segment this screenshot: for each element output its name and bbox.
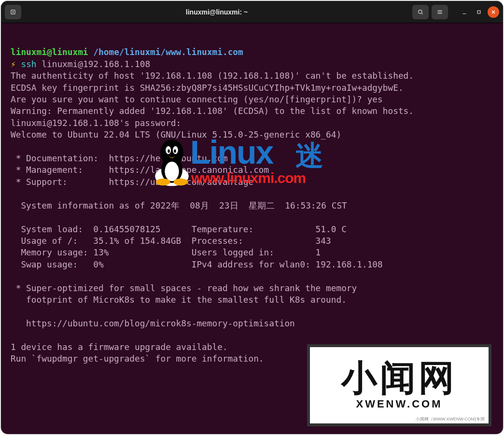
prompt-userhost: linuxmi@linuxmi bbox=[11, 47, 88, 57]
output-line: System load: 0.16455078125 Temperature: … bbox=[11, 224, 347, 234]
minimize-icon bbox=[461, 9, 468, 15]
close-button[interactable] bbox=[488, 6, 499, 18]
window-title: linuxmi@linuxmi: ~ bbox=[21, 8, 412, 16]
terminal-body[interactable]: linuxmi@linuxmi /home/linuxmi/www.linuxm… bbox=[1, 23, 503, 386]
output-line: https://ubuntu.com/blog/microk8s-memory-… bbox=[11, 318, 295, 328]
prompt-symbol: ⚡ bbox=[11, 59, 16, 69]
minimize-button[interactable] bbox=[459, 6, 470, 18]
terminal-window: linuxmi@linuxmi: ~ linuxmi@linuxmi /home… bbox=[1, 1, 503, 434]
output-line: Usage of /: 35.1% of 154.84GB Processes:… bbox=[11, 236, 331, 246]
close-icon bbox=[490, 9, 497, 15]
output-line: linuxmi@192.168.1.108's password: bbox=[11, 118, 181, 128]
titlebar[interactable]: linuxmi@linuxmi: ~ bbox=[1, 1, 503, 23]
output-line: * Management: https://landscape.canonica… bbox=[11, 165, 269, 175]
command-name: ssh bbox=[21, 59, 36, 69]
menu-button[interactable] bbox=[432, 5, 448, 19]
output-line: ECDSA key fingerprint is SHA256:zbyQ8P7s… bbox=[11, 83, 404, 93]
maximize-icon bbox=[476, 9, 482, 15]
output-line: * Documentation: https://help.ubuntu.com bbox=[11, 153, 228, 163]
watermark-xwenw-sub: 小闻网（WWW.XWENW.COM)专用 bbox=[416, 416, 485, 422]
search-icon bbox=[417, 9, 424, 15]
output-line: Memory usage: 13% Users logged in: 1 bbox=[11, 247, 321, 257]
svg-rect-2 bbox=[477, 11, 480, 14]
search-button[interactable] bbox=[412, 5, 429, 19]
output-line: Are you sure you want to continue connec… bbox=[11, 94, 383, 104]
output-line: System information as of 2022年 08月 23日 星… bbox=[11, 200, 347, 210]
output-line: * Super-optimized for small spaces - rea… bbox=[11, 283, 357, 293]
hamburger-icon bbox=[436, 9, 443, 15]
prompt-path: /home/linuxmi/www.linuxmi.com bbox=[93, 47, 243, 57]
command-arg: linuxmi@192.168.1.108 bbox=[42, 59, 150, 69]
output-line: The authenticity of host '192.168.1.108 … bbox=[11, 70, 414, 81]
output-line: Warning: Permanently added '192.168.1.10… bbox=[11, 106, 414, 116]
output-line: Swap usage: 0% IPv4 address for wlan0: 1… bbox=[11, 259, 383, 269]
watermark-xwenw-en: XWENW.COM bbox=[356, 398, 443, 410]
maximize-button[interactable] bbox=[473, 6, 485, 18]
new-tab-button[interactable] bbox=[5, 5, 21, 19]
svg-point-1 bbox=[419, 10, 422, 13]
output-line: Run `fwupdmgr get-upgrades` for more inf… bbox=[11, 353, 264, 364]
output-line: * Support: https://ubuntu.com/advantage bbox=[11, 177, 253, 187]
output-line: footprint of MicroK8s to make it the sma… bbox=[11, 295, 347, 305]
output-line: 1 device has a firmware upgrade availabl… bbox=[11, 342, 228, 352]
output-line: Welcome to Ubuntu 22.04 LTS (GNU/Linux 5… bbox=[11, 129, 341, 140]
